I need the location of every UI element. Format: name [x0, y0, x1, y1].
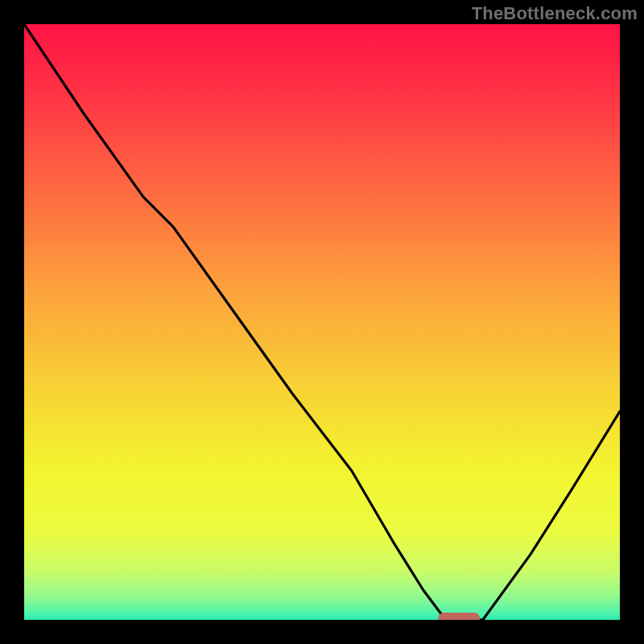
- watermark-label: TheBottleneck.com: [472, 3, 638, 24]
- chart-frame: TheBottleneck.com: [0, 0, 644, 644]
- gradient-background: [24, 24, 620, 620]
- chart-svg: [24, 24, 620, 620]
- optimal-marker: [438, 613, 480, 620]
- chart-plot: [24, 24, 620, 620]
